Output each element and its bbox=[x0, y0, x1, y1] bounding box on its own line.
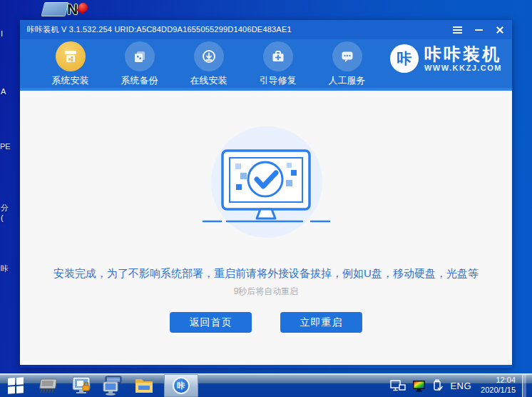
language-indicator[interactable]: ENG bbox=[450, 381, 471, 391]
system-tray: ENG 12:04 2020/1/15 bbox=[390, 374, 532, 397]
close-icon[interactable] bbox=[495, 25, 505, 35]
clock-time: 12:04 bbox=[481, 376, 516, 386]
installer-window: 咔咔装机 V 3.1.532.254 URID:A5C84DD9A1655055… bbox=[20, 20, 512, 368]
desktop-n-shortcut-icon[interactable]: N bbox=[67, 1, 93, 20]
customer-service-chat-icon bbox=[332, 41, 362, 71]
install-box-icon bbox=[56, 41, 86, 71]
restart-now-button[interactable]: 立即重启 bbox=[280, 312, 362, 333]
brand-logo: 咔 咔咔装机 WWW.KKZJ.COM bbox=[390, 44, 502, 73]
desktop-label-fragment: A bbox=[1, 87, 6, 96]
taskbar-remote-pc-icon[interactable] bbox=[97, 374, 128, 397]
menu-icon[interactable] bbox=[452, 25, 462, 35]
install-complete-message: 安装完成，为了不影响系统部署，重启前请将外接设备拔掉，例如U盘，移动硬盘，光盘等 bbox=[20, 267, 512, 281]
desktop-label-fragment: 咔 bbox=[1, 263, 9, 274]
brand-name: 咔咔装机 bbox=[424, 45, 502, 63]
nav-label: 人工服务 bbox=[329, 74, 366, 87]
nav-item-online-install[interactable]: 在线安装 bbox=[174, 39, 243, 88]
nav-item-manual-service[interactable]: 人工服务 bbox=[312, 39, 382, 88]
minimize-icon[interactable] bbox=[474, 25, 484, 35]
desktop-label-fragment: PE bbox=[0, 142, 11, 151]
nav-item-system-install[interactable]: 系统安装 bbox=[36, 39, 105, 88]
show-desktop-button[interactable] bbox=[522, 374, 526, 397]
brand-badge-icon: 咔 bbox=[390, 44, 419, 73]
desktop: N I A PE 分 ( 咔 咔咔装机 V 3.1.532.254 URID:A… bbox=[0, 0, 532, 397]
windows-logo-icon bbox=[8, 377, 24, 394]
start-button[interactable] bbox=[0, 374, 31, 397]
nav-label: 引导修复 bbox=[260, 74, 297, 87]
return-home-button[interactable]: 返回首页 bbox=[170, 312, 252, 333]
window-title: 咔咔装机 V 3.1.532.254 URID:A5C84DD9A1655055… bbox=[27, 24, 292, 35]
taskbar-clock[interactable]: 12:04 2020/1/15 bbox=[478, 376, 516, 396]
nav-label: 系统安装 bbox=[52, 74, 89, 87]
nav-label: 在线安装 bbox=[190, 74, 227, 87]
tray-network-icon[interactable] bbox=[390, 380, 406, 392]
monitor-success-illustration bbox=[195, 121, 338, 243]
clock-date: 2020/1/15 bbox=[481, 386, 516, 396]
desktop-label-fragment: I bbox=[1, 29, 3, 38]
taskbar-kaka-app-button[interactable]: 咔 bbox=[164, 374, 198, 397]
boot-repair-toolbox-icon bbox=[263, 41, 293, 71]
taskbar-screenshot-tool-icon[interactable] bbox=[66, 374, 97, 397]
brand-site: WWW.KKZJ.COM bbox=[424, 64, 502, 72]
nav-bar: 系统安装 系统备份 bbox=[20, 39, 512, 91]
titlebar[interactable]: 咔咔装机 V 3.1.532.254 URID:A5C84DD9A1655055… bbox=[20, 20, 512, 39]
backup-copies-icon bbox=[125, 41, 155, 71]
desktop-label-fragment: ( bbox=[1, 213, 4, 222]
content-panel: 安装完成，为了不影响系统部署，重启前请将外接设备拔掉，例如U盘，移动硬盘，光盘等… bbox=[20, 91, 512, 365]
auto-restart-countdown: 9秒后将自动重启 bbox=[20, 286, 512, 298]
nav-item-system-backup[interactable]: 系统备份 bbox=[105, 39, 174, 88]
nav-label: 系统备份 bbox=[121, 74, 158, 87]
taskbar: 咔 bbox=[0, 373, 532, 397]
tray-usb-eject-icon[interactable] bbox=[432, 379, 444, 392]
desktop-label-fragment: 分 bbox=[1, 203, 9, 213]
desktop-folder-icon[interactable] bbox=[41, 2, 69, 16]
nav-item-boot-repair[interactable]: 引导修复 bbox=[243, 39, 312, 88]
taskbar-file-explorer-icon[interactable] bbox=[128, 374, 160, 397]
taskbar-chip-tool-icon[interactable] bbox=[34, 374, 66, 397]
kaka-app-icon: 咔 bbox=[173, 377, 190, 394]
tray-display-color-icon[interactable] bbox=[412, 380, 426, 392]
red-balloon-shape bbox=[78, 3, 88, 12]
online-download-icon bbox=[194, 41, 224, 71]
